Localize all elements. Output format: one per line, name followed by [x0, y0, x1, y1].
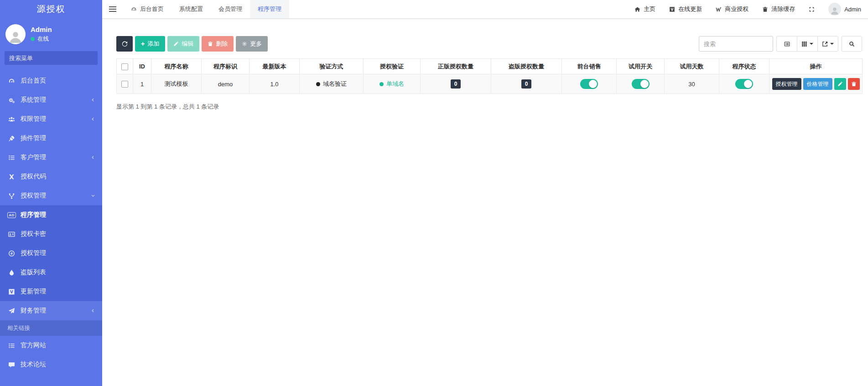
grid-icon — [801, 41, 807, 47]
online-update-link[interactable]: 在线更新 — [662, 0, 709, 18]
main-area: 后台首页 系统配置 会员管理 程序管理 主页 在线更新 商业授权 清除缓存 — [102, 0, 868, 386]
admin-dropdown[interactable]: Admin — [821, 0, 868, 18]
export-dropdown-button[interactable] — [817, 36, 838, 52]
col-verify-method: 验证方式 — [300, 59, 364, 74]
v-square-icon — [669, 6, 675, 12]
front-sale-toggle[interactable] — [580, 79, 598, 89]
top-navbar: 后台首页 系统配置 会员管理 程序管理 主页 在线更新 商业授权 清除缓存 — [102, 0, 868, 19]
col-trial-days: 试用天数 — [665, 59, 719, 74]
sidebar-item-program-manage[interactable]: AD 程序管理 — [0, 205, 102, 224]
sidebar-item-auth-code[interactable]: 授权代码 — [0, 167, 102, 186]
sidebar-link-tech-forum[interactable]: 技术论坛 — [0, 355, 102, 374]
sidebar-item-dashboard[interactable]: 后台首页 — [0, 71, 102, 90]
pencil-icon — [837, 81, 843, 87]
gear-icon — [242, 41, 247, 47]
table-row: 1 测试模板 demo 1.0 域名验证 单域名 0 0 30 — [117, 74, 863, 94]
menu-search[interactable] — [5, 51, 98, 65]
plus-icon: + — [141, 40, 145, 47]
sidebar-item-finance[interactable]: 财务管理 — [0, 301, 102, 320]
trial-switch-toggle[interactable] — [632, 79, 650, 89]
refresh-button[interactable] — [116, 36, 133, 52]
toolbar-left: + 添加 编辑 删除 更多 — [116, 36, 268, 52]
toggle-search-button[interactable] — [842, 36, 862, 52]
dashboard-icon — [7, 78, 16, 84]
cell-genuine-count: 0 — [421, 74, 491, 94]
trash-icon — [762, 6, 768, 12]
sidebar-item-plugins[interactable]: 插件管理 — [0, 129, 102, 148]
black-dot-icon — [316, 82, 320, 86]
genuine-count-badge: 0 — [451, 79, 461, 89]
row-delete-button[interactable] — [848, 78, 860, 90]
ad-icon: AD — [7, 212, 16, 218]
sidebar-item-auth-manage[interactable]: e 授权管理 — [0, 244, 102, 263]
tab-program-manage[interactable]: 程序管理 — [250, 0, 289, 18]
edit-button[interactable]: 编辑 — [167, 36, 199, 52]
home-link[interactable]: 主页 — [628, 0, 662, 18]
sidebar-link-official-site[interactable]: 官方网站 — [0, 336, 102, 355]
caret-down-icon — [830, 43, 834, 45]
commercial-license-link[interactable]: 商业授权 — [709, 0, 755, 18]
sidebar-item-permissions[interactable]: 权限管理 — [0, 110, 102, 129]
tab-system-config[interactable]: 系统配置 — [172, 0, 211, 18]
table-search-input[interactable] — [699, 36, 773, 52]
tab-member-manage[interactable]: 会员管理 — [211, 0, 250, 18]
avatar — [5, 24, 26, 44]
menu-search-input[interactable] — [9, 55, 89, 62]
menu-toggle-button[interactable] — [102, 0, 123, 18]
col-trial-switch: 试用开关 — [617, 59, 665, 74]
search-icon — [849, 41, 855, 47]
delete-button[interactable]: 删除 — [202, 36, 234, 52]
sidebar-item-system[interactable]: 系统管理 — [0, 90, 102, 110]
sidebar-menu: 后台首页 系统管理 权限管理 插件管理 客户管理 授权代码 授权管理 — [0, 71, 102, 386]
cell-pirated-count: 0 — [491, 74, 562, 94]
program-status-toggle[interactable] — [735, 79, 753, 89]
navbar-right: 主页 在线更新 商业授权 清除缓存 Admin — [628, 0, 868, 18]
caret-down-icon — [810, 43, 813, 45]
auth-manage-button[interactable]: 授权管理 — [772, 78, 801, 90]
sidebar-item-pirated-list[interactable]: 盗版列表 — [0, 263, 102, 282]
col-front-sale: 前台销售 — [562, 59, 617, 74]
detail-view-button[interactable] — [776, 36, 797, 52]
select-all-header — [117, 59, 133, 74]
chevron-left-icon — [90, 97, 96, 103]
price-manage-button[interactable]: 价格管理 — [803, 78, 832, 90]
chevron-left-icon — [90, 155, 96, 160]
content-panel: + 添加 编辑 删除 更多 — [102, 19, 868, 386]
sidebar-item-auth-cards[interactable]: 授权卡密 — [0, 224, 102, 244]
tab-dashboard[interactable]: 后台首页 — [123, 0, 172, 18]
person-icon — [830, 5, 840, 16]
select-all-checkbox[interactable] — [121, 63, 128, 70]
col-name: 程序名称 — [151, 59, 202, 74]
record-summary: 显示第 1 到第 1 条记录，总共 1 条记录 — [116, 103, 862, 111]
rocket-icon — [7, 135, 16, 142]
col-status: 程序状态 — [719, 59, 769, 74]
cell-verify-method: 域名验证 — [300, 74, 364, 94]
sidebar-item-update-manage[interactable]: 更新管理 — [0, 282, 102, 301]
clear-cache-link[interactable]: 清除缓存 — [755, 0, 802, 18]
cell-trial-days: 30 — [665, 74, 719, 94]
sidebar-item-auth-manage-parent[interactable]: 授权管理 — [0, 186, 102, 205]
fullscreen-button[interactable] — [802, 0, 821, 18]
col-id: ID — [133, 59, 151, 74]
col-auth-verify: 授权验证 — [364, 59, 421, 74]
cell-version: 1.0 — [249, 74, 300, 94]
hamburger-icon — [109, 6, 116, 12]
sidebar-item-customers[interactable]: 客户管理 — [0, 148, 102, 167]
columns-dropdown-button[interactable] — [797, 36, 817, 52]
users-icon — [7, 116, 16, 123]
more-button[interactable]: 更多 — [236, 36, 268, 52]
add-button[interactable]: + 添加 — [135, 36, 165, 52]
refresh-icon — [122, 41, 128, 47]
related-links-label: 相关链接 — [0, 320, 102, 336]
user-name: Admin — [31, 26, 52, 33]
col-actions: 操作 — [769, 59, 863, 74]
row-edit-button[interactable] — [834, 78, 846, 90]
list-alt-icon — [784, 41, 790, 47]
user-panel[interactable]: Admin 在线 — [0, 18, 102, 49]
table-header-row: ID 程序名称 程序标识 最新版本 验证方式 授权验证 正版授权数量 盗版授权数… — [117, 59, 863, 74]
avatar — [828, 3, 841, 16]
green-dot-icon — [379, 82, 384, 86]
program-table: ID 程序名称 程序标识 最新版本 验证方式 授权验证 正版授权数量 盗版授权数… — [116, 58, 863, 94]
col-version: 最新版本 — [249, 59, 300, 74]
row-checkbox[interactable] — [121, 81, 128, 88]
